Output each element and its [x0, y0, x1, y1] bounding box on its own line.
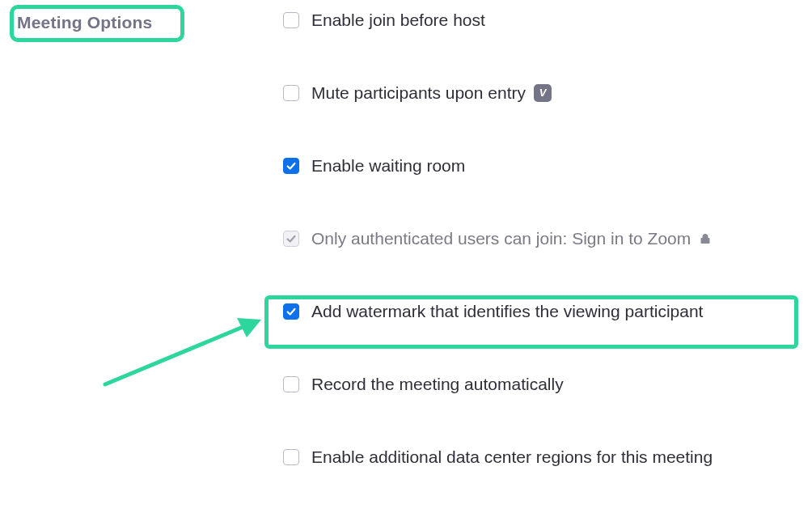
- checkbox-record-automatically[interactable]: [283, 376, 299, 392]
- check-icon: [285, 233, 297, 244]
- checkbox-data-center-regions[interactable]: [283, 449, 299, 465]
- check-icon: [285, 160, 297, 172]
- option-label: Add watermark that identifies the viewin…: [311, 303, 703, 320]
- option-record-automatically: Record the meeting automatically: [283, 373, 713, 395]
- arrow-annotation-icon: [93, 299, 275, 396]
- option-label: Record the meeting automatically: [311, 375, 564, 392]
- option-add-watermark: Add watermark that identifies the viewin…: [283, 300, 713, 322]
- option-authenticated-users: Only authenticated users can join: Sign …: [283, 227, 713, 249]
- lock-icon: [700, 233, 710, 244]
- option-data-center-regions: Enable additional data center regions fo…: [283, 446, 713, 468]
- info-badge-icon: V: [534, 84, 552, 102]
- option-label: Enable join before host: [311, 11, 485, 28]
- option-label: Enable waiting room: [311, 157, 465, 174]
- check-icon: [285, 306, 297, 317]
- checkbox-enable-waiting-room[interactable]: [283, 158, 299, 174]
- section-title: Meeting Options: [17, 13, 153, 32]
- option-label: Only authenticated users can join: Sign …: [311, 230, 691, 247]
- meeting-options-panel: Meeting Options Enable join before host …: [0, 0, 812, 530]
- option-enable-waiting-room: Enable waiting room: [283, 155, 713, 176]
- options-list: Enable join before host Mute participant…: [283, 9, 713, 468]
- svg-line-0: [105, 324, 251, 384]
- checkbox-enable-join-before-host[interactable]: [283, 12, 299, 28]
- checkbox-mute-participants[interactable]: [283, 85, 299, 101]
- option-label: Mute participants upon entry: [311, 84, 526, 101]
- svg-marker-1: [237, 318, 261, 337]
- checkbox-add-watermark[interactable]: [283, 303, 299, 320]
- checkbox-authenticated-users: [283, 231, 299, 247]
- option-label: Enable additional data center regions fo…: [311, 448, 713, 465]
- option-mute-participants: Mute participants upon entry V: [283, 82, 713, 104]
- option-enable-join-before-host: Enable join before host: [283, 9, 713, 31]
